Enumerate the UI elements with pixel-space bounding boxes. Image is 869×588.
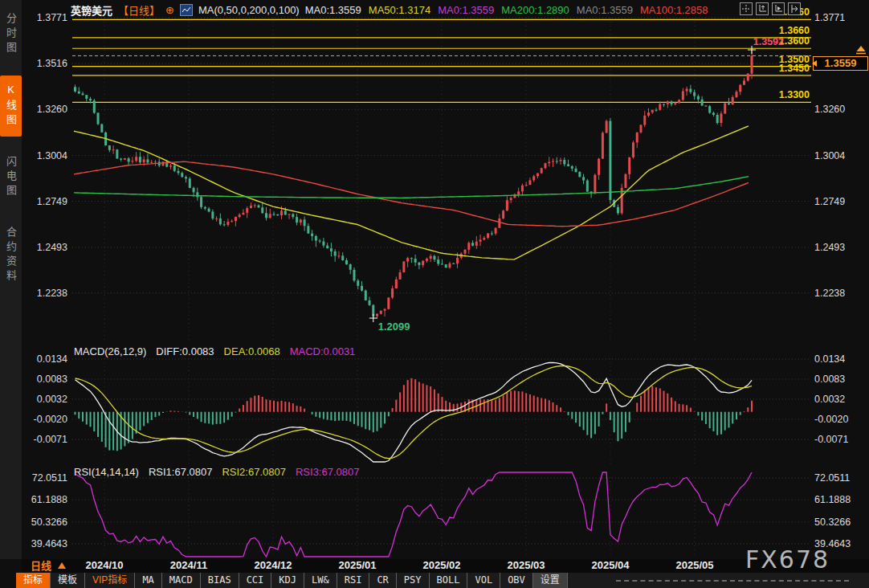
price-axis-label-left: 1.3004 xyxy=(37,150,67,161)
macd-axis-label-right: 0.0134 xyxy=(814,353,845,365)
candle-body xyxy=(552,161,554,162)
toolbar-tab-MA[interactable]: MA xyxy=(135,573,161,588)
candle-body xyxy=(704,106,707,107)
toolbar-tab-模板[interactable]: 模板 xyxy=(51,573,85,588)
candle-body xyxy=(728,103,730,104)
candle-body xyxy=(353,270,355,280)
chart-application-window: 2024/102024/112024/122025/012025/022025/… xyxy=(0,0,869,588)
candle-body xyxy=(563,160,565,164)
candle-body xyxy=(483,238,485,239)
price-axis-label-left: 1.3516 xyxy=(37,58,67,69)
toolbar-tab-OBV[interactable]: OBV xyxy=(500,573,533,588)
chart-plot-area[interactable]: 2024/102024/112024/122025/012025/022025/… xyxy=(0,0,869,588)
x-axis-date-label: 2025/01 xyxy=(339,559,377,571)
candle-body xyxy=(261,207,263,213)
macd-axis-label-left: 0.0083 xyxy=(37,374,67,385)
candle-body xyxy=(78,92,80,94)
candle-body xyxy=(116,149,118,158)
candle-body xyxy=(617,207,619,214)
auto-scale-icon[interactable] xyxy=(756,2,769,15)
candle-body xyxy=(257,205,259,207)
toolbar-tab-PSY[interactable]: PSY xyxy=(397,573,430,588)
price-axis-label-right: 1.2749 xyxy=(814,196,845,207)
candle-body xyxy=(548,162,550,164)
sidebar-item-contract-info[interactable]: 合约资料 xyxy=(0,218,22,292)
toolbar-tab-LW&[interactable]: LW& xyxy=(304,573,337,588)
toolbar-tab-设置[interactable]: 设置 xyxy=(533,573,568,588)
toolbar-tab-RSI[interactable]: RSI xyxy=(337,573,370,588)
mini-chart-icon[interactable] xyxy=(180,4,193,16)
candle-body xyxy=(594,175,596,194)
last-price-tag: 1.3559 xyxy=(813,56,868,71)
add-indicator-icon[interactable]: ⊕ xyxy=(165,4,174,16)
fx678-watermark: FX678 xyxy=(745,545,830,574)
candle-body xyxy=(663,104,665,105)
macd-macd-value: MACD:0.0031 xyxy=(290,345,356,357)
toolbar-tab-BIAS[interactable]: BIAS xyxy=(201,573,239,588)
candle-body xyxy=(242,213,244,214)
candle-body xyxy=(582,177,585,180)
candle-body xyxy=(743,80,745,84)
rsi-axis-label-right: 72.0511 xyxy=(814,472,850,484)
ma-formula-label: MA(0,50,0,200,0,100) xyxy=(198,4,300,16)
shift-right-icon[interactable] xyxy=(788,2,801,15)
sidebar-item-lightning-chart[interactable]: 闪电图 xyxy=(0,148,22,207)
macd-axis-label-left: 0.0032 xyxy=(37,394,67,405)
ma-value: MA0:1.3559 xyxy=(438,4,494,16)
candle-body xyxy=(506,200,508,210)
play-forward-icon[interactable] xyxy=(772,2,785,15)
sidebar-item-timeshare-chart[interactable]: 分时图 xyxy=(0,5,22,64)
toolbar-tab-VOL[interactable]: VOL xyxy=(467,573,500,588)
candle-body xyxy=(311,234,313,236)
candle-body xyxy=(426,259,428,261)
sidebar-item-candlestick-chart[interactable]: K线图 xyxy=(0,76,22,137)
period-label[interactable]: 【日线】 xyxy=(118,2,160,18)
period-selector-label[interactable]: 日线 xyxy=(31,560,51,572)
candle-body xyxy=(659,104,661,110)
candle-body xyxy=(108,145,111,150)
candle-body xyxy=(575,169,577,172)
candle-body xyxy=(265,213,267,218)
candle-body xyxy=(491,233,493,234)
move-icon[interactable] xyxy=(740,2,753,15)
rsi2-value: RSI2:67.0807 xyxy=(222,466,286,477)
ma-value: MA0:1.3559 xyxy=(577,4,633,16)
candle-body xyxy=(708,106,711,112)
macd-dea-value: DEA:0.0068 xyxy=(224,345,280,357)
price-axis-label-right: 1.2238 xyxy=(814,288,845,299)
chart-titlebar: 英镑美元 【日线】 ⊕ MA(0,50,0,200,0,100) MA0:1.3… xyxy=(71,3,708,16)
candle-body xyxy=(120,158,122,159)
toolbar-tab-VIP指标[interactable]: VIP指标 xyxy=(85,573,135,588)
toolbar-tab-CR[interactable]: CR xyxy=(369,573,396,588)
candle-body xyxy=(528,180,531,185)
candle-body xyxy=(337,255,340,256)
candle-body xyxy=(751,55,753,73)
price-axis-label-left: 1.3771 xyxy=(37,12,67,23)
candle-body xyxy=(304,219,306,226)
candle-body xyxy=(598,159,600,175)
toolbar-tab-MACD[interactable]: MACD xyxy=(162,573,201,588)
candle-body xyxy=(384,309,386,311)
candle-body xyxy=(418,263,420,265)
candle-body xyxy=(674,103,676,104)
candle-body xyxy=(380,311,382,314)
candle-body xyxy=(636,133,638,143)
candle-body xyxy=(406,258,409,261)
candle-body xyxy=(208,209,210,212)
candle-body xyxy=(357,280,359,286)
candle-body xyxy=(185,177,187,178)
candle-body xyxy=(414,259,417,263)
candle-body xyxy=(402,262,405,272)
candle-body xyxy=(365,291,367,300)
candle-body xyxy=(273,214,275,214)
toolbar-tab-BOLL[interactable]: BOLL xyxy=(430,573,468,588)
macd-title: MACD(26,12,9) xyxy=(74,345,146,357)
toolbar-tab-CCI[interactable]: CCI xyxy=(239,573,272,588)
toolbar-tab-KDJ[interactable]: KDJ xyxy=(271,573,304,588)
candle-body xyxy=(345,260,348,264)
toolbar-scroll-dashes[interactable] xyxy=(616,580,849,582)
candle-body xyxy=(89,99,92,100)
candle-body xyxy=(399,272,402,280)
candle-body xyxy=(544,163,546,168)
toolbar-tab-指标[interactable]: 指标 xyxy=(16,573,51,588)
